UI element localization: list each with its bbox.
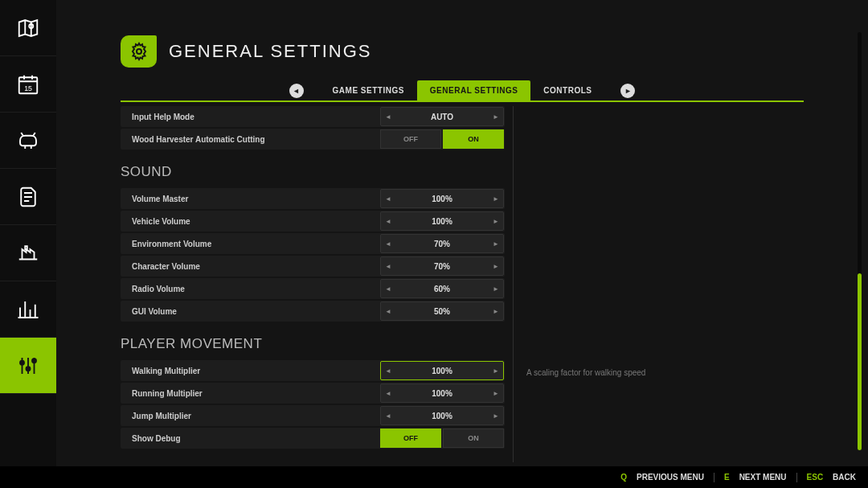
sidebar-item-production[interactable]: [0, 225, 56, 281]
row-wood-harvester: Wood Harvester Automatic Cutting OFF ON: [121, 129, 505, 150]
label: Vehicle Volume: [121, 217, 380, 226]
map-icon: [16, 16, 40, 40]
prev-menu-button[interactable]: PREVIOUS MENU: [637, 473, 704, 482]
chevron-right-icon[interactable]: ►: [489, 308, 503, 315]
stepper-environment-volume[interactable]: ◄70%►: [380, 234, 504, 253]
sidebar-item-settings[interactable]: [0, 338, 56, 394]
key-e: E: [724, 473, 730, 482]
chevron-right-icon[interactable]: ►: [489, 240, 503, 248]
chevron-right-icon[interactable]: ►: [489, 113, 503, 121]
chevron-left-icon[interactable]: ◄: [381, 113, 395, 121]
svg-point-4: [27, 367, 31, 371]
sidebar-item-animals[interactable]: [0, 113, 56, 169]
value: 60%: [395, 285, 489, 293]
calendar-icon: 15: [16, 72, 40, 96]
label: Volume Master: [121, 195, 380, 203]
chevron-right-icon[interactable]: ►: [489, 263, 503, 270]
tab-general-settings[interactable]: GENERAL SETTINGS: [417, 80, 531, 100]
gear-icon: [129, 42, 149, 61]
toggle-on[interactable]: ON: [443, 429, 504, 448]
tab-controls[interactable]: CONTROLS: [530, 80, 604, 100]
label: Environment Volume: [121, 240, 380, 248]
row-gui-volume: GUI Volume ◄50%►: [121, 301, 505, 322]
value: 100%: [395, 367, 489, 375]
sidebar-item-stats[interactable]: [0, 281, 56, 338]
stepper-volume-master[interactable]: ◄100%►: [380, 189, 504, 208]
tabs-row: ◄ GAME SETTINGS GENERAL SETTINGS CONTROL…: [121, 80, 804, 102]
value: 100%: [395, 389, 489, 398]
help-panel: A scaling factor for walking speed: [522, 106, 804, 462]
svg-text:15: 15: [24, 84, 32, 92]
chevron-left-icon[interactable]: ◄: [381, 412, 395, 420]
main-panel: GENERAL SETTINGS ◄ GAME SETTINGS GENERAL…: [56, 0, 868, 466]
toggle-on[interactable]: ON: [443, 129, 504, 149]
svg-point-3: [20, 360, 24, 364]
scroll-thumb[interactable]: [858, 273, 862, 450]
toggle-wood-harvester[interactable]: OFF ON: [380, 129, 504, 149]
row-input-help-mode: Input Help Mode ◄ AUTO ►: [121, 106, 505, 127]
svg-point-5: [32, 359, 36, 363]
label: Input Help Mode: [121, 113, 380, 121]
next-menu-button[interactable]: NEXT MENU: [739, 473, 787, 482]
row-running-multiplier: Running Multiplier ◄100%►: [121, 383, 505, 404]
chevron-left-icon[interactable]: ◄: [381, 390, 395, 397]
chevron-right-icon[interactable]: ►: [489, 218, 503, 225]
sidebar-item-map[interactable]: [0, 0, 56, 56]
chevron-left-icon[interactable]: ◄: [381, 367, 395, 375]
chevron-right-icon[interactable]: ►: [489, 285, 503, 293]
chevron-left-icon[interactable]: ◄: [381, 308, 395, 315]
chevron-right-icon[interactable]: ►: [489, 195, 503, 203]
tab-game-settings[interactable]: GAME SETTINGS: [320, 80, 417, 100]
stepper-radio-volume[interactable]: ◄60%►: [380, 279, 504, 298]
value: AUTO: [395, 113, 489, 121]
chevron-right-icon[interactable]: ►: [489, 390, 503, 397]
chevron-left-icon[interactable]: ◄: [381, 263, 395, 270]
value: 100%: [395, 195, 489, 203]
row-jump-multiplier: Jump Multiplier ◄100%►: [121, 405, 505, 426]
stepper-character-volume[interactable]: ◄70%►: [380, 256, 504, 276]
vertical-divider: [513, 106, 514, 462]
stepper-walking-multiplier[interactable]: ◄100%►: [380, 361, 504, 380]
value: 70%: [395, 262, 489, 271]
chevron-right-icon[interactable]: ►: [489, 367, 503, 375]
chevron-right-icon[interactable]: ►: [489, 412, 503, 420]
chevron-left-icon[interactable]: ◄: [381, 240, 395, 248]
label: Radio Volume: [121, 285, 380, 293]
scrollbar[interactable]: [858, 32, 862, 450]
sidebar-item-contracts[interactable]: [0, 169, 56, 225]
key-q: Q: [620, 473, 627, 482]
stepper-vehicle-volume[interactable]: ◄100%►: [380, 211, 504, 231]
row-character-volume: Character Volume ◄70%►: [121, 256, 505, 277]
section-title-player: PLAYER MOVEMENT: [121, 336, 505, 352]
title-badge: [121, 35, 157, 68]
section-title-sound: SOUND: [121, 164, 505, 180]
toggle-show-debug[interactable]: OFF ON: [380, 429, 504, 448]
cow-icon: [16, 129, 40, 153]
stepper-gui-volume[interactable]: ◄50%►: [380, 301, 504, 321]
toggle-off[interactable]: OFF: [380, 129, 441, 149]
sidebar-item-calendar[interactable]: 15: [0, 56, 56, 113]
stepper-running-multiplier[interactable]: ◄100%►: [380, 383, 504, 403]
stepper-jump-multiplier[interactable]: ◄100%►: [380, 406, 504, 425]
label: Walking Multiplier: [121, 367, 380, 375]
sliders-icon: [16, 354, 40, 378]
header: GENERAL SETTINGS: [121, 35, 371, 68]
key-esc: ESC: [807, 473, 824, 482]
label: Wood Harvester Automatic Cutting: [121, 135, 380, 144]
tab-prev-arrow[interactable]: ◄: [289, 84, 304, 98]
value: 100%: [395, 217, 489, 226]
stepper-input-help-mode[interactable]: ◄ AUTO ►: [380, 107, 504, 126]
help-text: A scaling factor for walking speed: [526, 368, 804, 377]
chevron-left-icon[interactable]: ◄: [381, 218, 395, 225]
chevron-left-icon[interactable]: ◄: [381, 285, 395, 293]
value: 70%: [395, 240, 489, 248]
page-title: GENERAL SETTINGS: [169, 41, 371, 62]
chevron-left-icon[interactable]: ◄: [381, 195, 395, 203]
toggle-off[interactable]: OFF: [380, 429, 441, 448]
svg-point-6: [137, 49, 141, 54]
back-button[interactable]: BACK: [833, 473, 856, 482]
row-vehicle-volume: Vehicle Volume ◄100%►: [121, 211, 505, 232]
tab-next-arrow[interactable]: ►: [620, 84, 635, 98]
content: Input Help Mode ◄ AUTO ► Wood Harvester …: [121, 106, 804, 462]
footer-sep: [796, 473, 797, 482]
